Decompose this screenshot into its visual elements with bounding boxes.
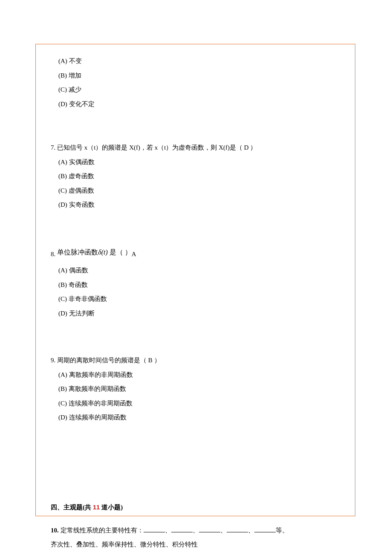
- q9-option-a: (A) 离散频率的非周期函数: [58, 370, 340, 380]
- q8-text-2: 是（ ）: [108, 249, 132, 256]
- q10-blank-1: [144, 526, 165, 532]
- q6-option-a: (A) 不变: [58, 56, 340, 66]
- q8-answer-mark: A: [132, 251, 136, 257]
- q10-sep-3: 、: [220, 527, 227, 534]
- q10-blank-2: [171, 526, 193, 532]
- q8-option-a: (A) 偶函数: [58, 266, 340, 275]
- q9-option-d: (D) 连续频率的周期函数: [58, 413, 340, 422]
- q7-option-b: (B) 虚奇函数: [58, 171, 340, 181]
- page-content: (A) 不变 (B) 增加 (C) 减少 (D) 变化不定 7. 已知信号 x（…: [35, 44, 355, 555]
- q10-sep-2: 、: [193, 527, 199, 534]
- q8-option-c: (C) 非奇非偶函数: [58, 294, 340, 304]
- q8-option-b: (B) 奇函数: [58, 280, 340, 290]
- q6-option-b: (B) 增加: [58, 71, 340, 81]
- q7-option-d: (D) 实奇函数: [58, 200, 340, 210]
- q10-label: 10.: [51, 527, 61, 534]
- q7-option-a: (A) 实偶函数: [58, 157, 340, 167]
- q7-option-c: (C) 虚偶函数: [58, 186, 340, 196]
- q8-stem: 8. 单位脉冲函数δ(t) 是（ ）A: [51, 247, 340, 259]
- q9-stem: 9. 周期的离散时间信号的频谱是（ B ）: [51, 356, 340, 365]
- q8-delta: δ(t): [98, 249, 108, 256]
- q6-option-c: (C) 减少: [58, 85, 340, 95]
- section-4-count: 11: [93, 503, 100, 511]
- q10-blank-3: [199, 526, 220, 532]
- q9-option-b: (B) 离散频率的周期函数: [58, 384, 340, 394]
- q10-blank-4: [227, 526, 248, 532]
- q10-sep-1: 、: [165, 527, 171, 534]
- q7-stem: 7. 已知信号 x（t）的频谱是 X(f)，若 x（t）为虚奇函数，则 X(f)…: [51, 143, 340, 153]
- q9-option-c: (C) 连续频率的非周期函数: [58, 399, 340, 408]
- q8-option-d: (D) 无法判断: [58, 309, 340, 318]
- q10-stem-start: 定常线性系统的主要特性有：: [61, 527, 144, 534]
- section-4-suffix: 道小题): [100, 504, 123, 511]
- q10-end: 等。: [276, 527, 288, 534]
- section-4-prefix: 四、主观题(共: [51, 504, 93, 511]
- q6-option-d: (D) 变化不定: [58, 99, 340, 109]
- q10-answer: 齐次性、叠加性、频率保持性、微分特性、积分特性: [51, 540, 340, 549]
- q10-blank-5: [254, 526, 276, 532]
- q8-text-1: 单位脉冲函数: [55, 249, 98, 256]
- q8-number: 8.: [51, 251, 55, 257]
- section-4-header: 四、主观题(共 11 道小题): [51, 503, 340, 512]
- q10-stem: 10. 定常线性系统的主要特性有：、、、、等。: [51, 526, 340, 535]
- q10-sep-4: 、: [248, 527, 254, 534]
